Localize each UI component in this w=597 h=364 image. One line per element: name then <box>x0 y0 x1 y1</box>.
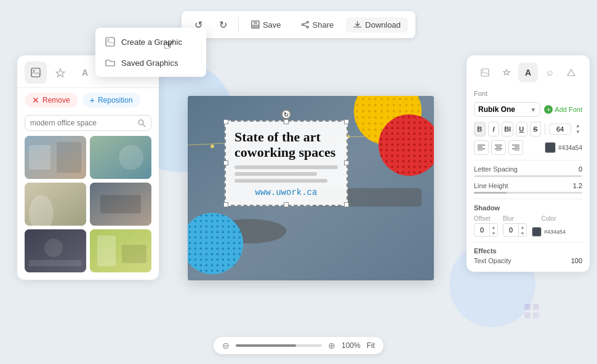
folder-icon <box>105 58 115 68</box>
lp-tab-image[interactable] <box>25 61 47 84</box>
text-opacity-label: Text Opacity <box>474 257 511 264</box>
deco-bottom-right <box>523 303 554 333</box>
svg-line-23 <box>143 125 146 127</box>
align-right-button[interactable] <box>508 140 523 155</box>
search-input[interactable] <box>30 119 134 127</box>
headline-text[interactable]: State of the art coworking spaces <box>234 129 338 160</box>
letter-spacing-row: Letter Spacing 0 <box>474 165 582 173</box>
shadow-label: Shadow <box>474 204 582 212</box>
letter-spacing-slider[interactable] <box>474 175 582 177</box>
lp-actions: ✕ Remove + Reposition <box>17 88 159 113</box>
line-height-slider[interactable] <box>474 192 582 194</box>
svg-point-28 <box>119 145 143 170</box>
website-text[interactable]: www.uwork.ca <box>234 188 338 197</box>
shadow-color-label: Color <box>542 215 556 222</box>
reposition-button[interactable]: + Reposition <box>82 93 140 108</box>
share-button[interactable]: Share <box>294 17 342 33</box>
zoom-in-icon[interactable]: ⊕ <box>328 341 335 350</box>
offset-input[interactable] <box>475 225 489 235</box>
circle-red <box>379 114 434 176</box>
corner-handle-tm[interactable] <box>284 119 289 124</box>
corner-handle-mr[interactable] <box>344 160 349 165</box>
blur-down[interactable]: ▼ <box>519 230 526 236</box>
lp-tab-text[interactable]: A <box>74 61 96 84</box>
left-panel: A ☺ ✕ Remove + Reposition <box>17 55 159 280</box>
image-thumb-1[interactable] <box>25 136 86 179</box>
save-icon <box>251 20 260 29</box>
saved-graphics-item[interactable]: Saved Graphics <box>95 52 206 73</box>
rotate-handle[interactable]: ↻ <box>281 109 291 119</box>
image-thumb-4[interactable] <box>90 183 151 226</box>
rp-tab-text[interactable]: A <box>518 63 538 82</box>
size-up-arrow[interactable]: ▲ <box>574 123 582 129</box>
svg-point-20 <box>33 70 35 72</box>
text-opacity-row: Text Opacity 100 <box>474 257 582 264</box>
text-color-label: #434a54 <box>558 144 582 151</box>
remove-button[interactable]: ✕ Remove <box>25 93 78 108</box>
redo-button[interactable]: ↻ <box>214 15 233 34</box>
download-button[interactable]: Download <box>346 17 408 33</box>
font-select[interactable]: Rubik One ▼ <box>474 102 540 117</box>
offset-label: Offset <box>474 215 498 222</box>
offset-down[interactable]: ▼ <box>490 230 497 236</box>
zoom-fill <box>236 344 296 347</box>
image-thumb-6[interactable] <box>90 229 151 272</box>
add-font-button[interactable]: + Add Font <box>544 105 582 114</box>
font-size-input[interactable] <box>549 124 571 135</box>
offset-up[interactable]: ▲ <box>490 224 497 230</box>
fit-button[interactable]: Fit <box>367 341 375 350</box>
underline-button[interactable]: U <box>516 122 527 136</box>
blur-up[interactable]: ▲ <box>519 224 526 230</box>
right-panel: A ☺ Font Rubik One ▼ + Add Font B I BI U… <box>467 55 590 272</box>
text-box[interactable]: ↻ State of the art coworking spaces www.… <box>225 121 348 206</box>
effects-section: Effects Text Opacity 100 <box>474 247 582 264</box>
lp-tab-shape[interactable] <box>49 61 71 84</box>
search-bar[interactable] <box>25 115 151 131</box>
shadow-row: Offset ▲ ▼ Blur ▲ ▼ <box>474 215 582 237</box>
align-center-button[interactable] <box>491 140 506 155</box>
align-row: #434a54 <box>474 140 582 155</box>
bold-button[interactable]: B <box>474 122 486 136</box>
top-toolbar: ↺ ↻ Save Share Download <box>182 11 415 38</box>
canvas-frame[interactable]: ↻ State of the art coworking spaces www.… <box>188 96 434 280</box>
size-down-arrow[interactable]: ▼ <box>574 129 582 135</box>
shape-tab-icon <box>55 68 65 77</box>
corner-handle-br[interactable] <box>344 202 349 207</box>
zoom-out-icon[interactable]: ⊖ <box>222 341 230 350</box>
rp-tab-image[interactable] <box>475 63 495 82</box>
canvas-area: ↻ State of the art coworking spaces www.… <box>160 49 462 327</box>
save-button[interactable]: Save <box>244 17 289 33</box>
strikethrough-button[interactable]: S <box>530 122 542 136</box>
blur-input[interactable] <box>503 225 518 235</box>
subtext-line-1 <box>234 165 338 169</box>
shadow-color-swatch[interactable] <box>532 227 542 237</box>
text-color-swatch[interactable] <box>545 142 556 153</box>
italic-button[interactable]: I <box>488 122 500 136</box>
offset-arrows: ▲ ▼ <box>489 224 497 236</box>
svg-rect-26 <box>57 142 81 173</box>
image-thumb-3[interactable] <box>25 183 86 226</box>
shadow-color-col: Color #434a54 <box>532 215 566 237</box>
corner-handle-tr[interactable] <box>344 119 349 124</box>
corner-handle-bm[interactable] <box>284 202 289 207</box>
svg-rect-7 <box>533 312 539 318</box>
zoom-track[interactable] <box>236 344 322 347</box>
align-left-button[interactable] <box>474 140 489 155</box>
svg-rect-6 <box>524 312 531 318</box>
svg-rect-10 <box>252 25 258 28</box>
svg-rect-37 <box>97 235 116 266</box>
image-thumb-2[interactable] <box>90 136 151 179</box>
corner-handle-bl[interactable] <box>223 202 228 207</box>
font-section-label: Font <box>474 90 582 97</box>
rp-tab-emoji[interactable]: ☺ <box>540 63 559 82</box>
corner-handle-ml[interactable] <box>223 160 228 165</box>
line-height-label: Line Height <box>474 182 508 189</box>
zoom-percent: 100% <box>342 341 361 350</box>
rp-tab-triangle[interactable] <box>561 63 581 82</box>
corner-handle-tl[interactable] <box>223 119 228 124</box>
font-name: Rubik One <box>478 105 515 114</box>
rp-tab-pin[interactable] <box>497 63 516 82</box>
image-thumb-5[interactable] <box>25 229 86 272</box>
create-graphic-item[interactable]: Create a Graphic <box>95 31 206 52</box>
bold-italic-button[interactable]: BI <box>502 122 513 136</box>
